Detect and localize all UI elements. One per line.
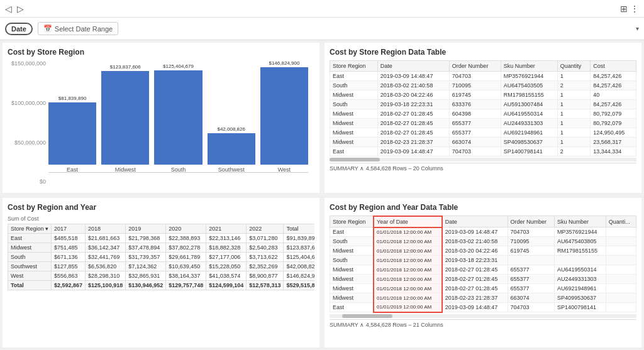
ryd-cell <box>554 256 606 265</box>
table-cell: SP1400798141 <box>501 147 557 156</box>
bar-value-label: $123,837,606 <box>110 64 141 70</box>
table-row: Midwest01/01/2018 12:00:00 AM2018-02-27 … <box>330 265 636 275</box>
table-cell: 1 <box>557 109 590 119</box>
ryd-cell: 01/01/2018 12:00:00 AM <box>374 275 442 284</box>
grid-icon-button[interactable]: ⊞ <box>620 4 628 14</box>
table-cell: Midwest <box>330 90 378 100</box>
pivot-cell: $28,298,310 <box>86 271 126 280</box>
ryd-col-header[interactable]: Order Number <box>508 216 554 227</box>
pivot-cell: $124,599,104 <box>206 280 247 290</box>
bar[interactable] <box>101 71 149 164</box>
pivot-col-header[interactable]: 2021 <box>206 224 247 233</box>
ryd-cell <box>606 227 636 237</box>
pivot-col-header[interactable]: 2020 <box>166 224 206 233</box>
chart-area: $150,000,000 $100,000,000 $50,000,000 $0… <box>8 60 314 185</box>
ryd-cell: 655377 <box>508 275 554 284</box>
table-cell: 80,792,079 <box>591 119 636 128</box>
pivot-cell: $123,837,606 <box>284 243 314 252</box>
menu-button[interactable]: ⋮ <box>630 4 639 14</box>
ryd-cell: SP1400798141 <box>554 303 606 312</box>
bar-value-label: $81,839,890 <box>58 96 87 101</box>
dropdown-arrow-icon: ▾ <box>636 25 639 32</box>
table-cell: AU5913007484 <box>501 100 557 109</box>
filter-bar: Date 📅 Select Date Range ▾ <box>0 18 644 40</box>
table-row: East2019-03-09 14:48:47704703MP357692194… <box>330 72 636 81</box>
ryd-cell: 619745 <box>508 246 554 256</box>
table-cell: RM1798155155 <box>501 90 557 100</box>
forward-button[interactable]: ▷ <box>17 4 24 14</box>
ryd-col-header[interactable]: Date <box>442 216 508 227</box>
store-region-col-header[interactable]: Sku Number <box>501 61 557 72</box>
store-region-table: Store RegionDateOrder NumberSku NumberQu… <box>330 60 636 156</box>
table-row: South01/01/2018 12:00:00 AM2019-03-18 22… <box>330 256 636 265</box>
pivot-cell: Southwest <box>8 261 52 271</box>
region-year-data-table-container[interactable]: Store RegionYear of DateDateOrder Number… <box>330 216 636 341</box>
ryd-col-header[interactable]: Quanti... <box>606 216 636 227</box>
pivot-col-header[interactable]: Total <box>284 224 314 233</box>
table-cell: 2018-03-02 21:40:58 <box>377 81 449 90</box>
pivot-col-header[interactable]: 2017 <box>52 224 86 233</box>
pivot-cell: $125,100,918 <box>86 280 126 290</box>
region-year-title: Cost by Region and Year <box>8 203 314 212</box>
table-row: Southwest$127,855$6,536,820$7,124,362$10… <box>8 261 315 271</box>
ryd-cell <box>508 256 554 265</box>
table-row: East$485,518$21,681,663$21,798,368$22,38… <box>8 233 315 243</box>
bar[interactable] <box>48 102 96 164</box>
ryd-cell: MP3576921944 <box>554 227 606 237</box>
table-cell: 2019-03-18 22:23:31 <box>377 100 449 109</box>
ryd-col-header[interactable]: Sku Number <box>554 216 606 227</box>
table-cell: 2 <box>557 147 590 156</box>
pivot-cell: $29,661,789 <box>166 252 206 261</box>
store-region-col-header[interactable]: Cost <box>591 61 636 72</box>
pivot-col-header[interactable]: 2022 <box>247 224 284 233</box>
table-cell: South <box>330 100 378 109</box>
table-cell: AU6475403505 <box>501 81 557 90</box>
table-row: Midwest01/01/2018 12:00:00 AM2018-02-27 … <box>330 284 636 293</box>
pivot-col-header[interactable]: 2019 <box>126 224 166 233</box>
ryd-col-header[interactable]: Store Region <box>330 216 374 227</box>
store-region-table-container[interactable]: Store RegionDateOrder NumberSku NumberQu… <box>330 60 636 185</box>
pivot-cell: $32,865,931 <box>126 271 166 280</box>
table-row: Midwest2018-02-27 01:28:45655377AU692194… <box>330 128 636 138</box>
region-year-table-container[interactable]: Store Region ▾201720182019202020212022To… <box>8 224 314 348</box>
back-button[interactable]: ◁ <box>5 4 12 14</box>
table-cell: 84,257,426 <box>591 72 636 81</box>
region-year-data-table: Store RegionYear of DateDateOrder Number… <box>330 216 636 313</box>
ryd-cell: 663074 <box>508 293 554 303</box>
bar[interactable] <box>208 133 255 165</box>
store-region-col-header[interactable]: Order Number <box>449 61 501 72</box>
region-year-scroll[interactable] <box>330 314 636 318</box>
pivot-col-header[interactable]: Store Region ▾ <box>8 224 52 233</box>
y-label-1: $0 <box>8 178 46 185</box>
ryd-cell: Midwest <box>330 265 374 275</box>
bar-chart-title: Cost by Store Region <box>8 48 314 57</box>
table-row: Midwest01/01/2018 12:00:00 AM2018-02-23 … <box>330 293 636 303</box>
store-region-col-header[interactable]: Quantity <box>557 61 590 72</box>
date-range-select[interactable]: 📅 Select Date Range <box>38 22 118 35</box>
bar-group: $125,404,679 South <box>154 60 202 173</box>
sum-of-cost-label: Sum of Cost <box>8 216 314 222</box>
store-region-col-header[interactable]: Date <box>377 61 449 72</box>
ryd-cell: 2018-02-23 21:28:37 <box>442 293 508 303</box>
bar[interactable] <box>154 70 202 165</box>
table-cell: Midwest <box>330 119 378 128</box>
table-cell: 704703 <box>449 147 501 156</box>
store-region-col-header[interactable]: Store Region <box>330 61 378 72</box>
pivot-cell: $12,578,313 <box>247 280 284 290</box>
ryd-cell: 655377 <box>508 265 554 275</box>
ryd-cell: AU6419550314 <box>554 265 606 275</box>
pivot-col-header[interactable]: 2018 <box>86 224 126 233</box>
table-cell: AU6921948961 <box>501 128 557 138</box>
table-cell: Midwest <box>330 138 378 147</box>
table-cell: 2018-02-23 21:28:37 <box>377 138 449 147</box>
pivot-cell: $3,713,622 <box>247 252 284 261</box>
ryd-col-header[interactable]: Year of Date <box>374 216 442 227</box>
table-row: South2019-03-18 22:23:31633376AU59130074… <box>330 100 636 109</box>
table-cell: 2018-02-27 01:28:45 <box>377 128 449 138</box>
ryd-cell <box>606 246 636 256</box>
bar[interactable] <box>260 67 308 165</box>
store-region-scroll[interactable] <box>330 158 636 161</box>
table-cell: 1 <box>557 90 590 100</box>
pivot-cell: $27,177,006 <box>206 252 247 261</box>
table-row: Midwest$751,485$36,142,347$37,478,894$37… <box>8 243 315 252</box>
